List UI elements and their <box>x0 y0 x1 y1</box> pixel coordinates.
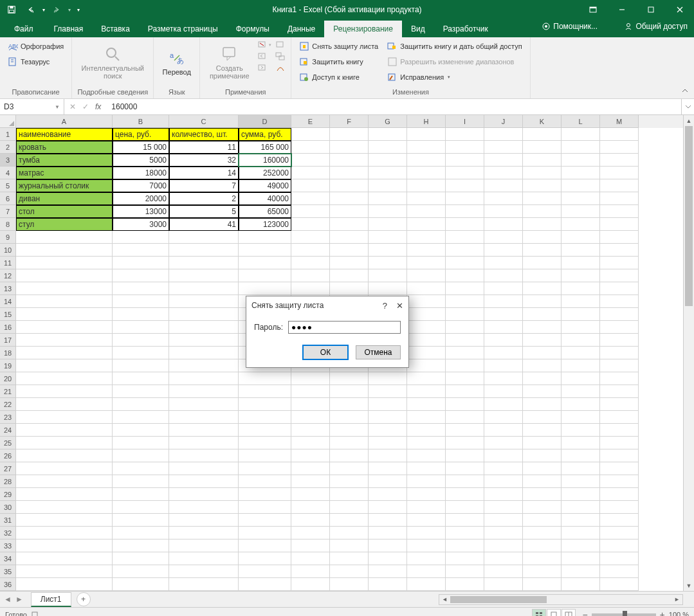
cell[interactable] <box>169 257 239 269</box>
cell[interactable] <box>407 449 446 462</box>
cell[interactable] <box>562 321 600 334</box>
cell[interactable] <box>291 128 330 141</box>
macro-record-icon[interactable] <box>31 611 39 617</box>
cell[interactable] <box>562 308 600 321</box>
cell[interactable] <box>600 565 639 578</box>
unprotect-sheet-button[interactable]: Снять защиту листа <box>297 40 381 53</box>
cell[interactable] <box>407 179 446 192</box>
cell[interactable] <box>407 552 446 565</box>
share-button[interactable]: Общий доступ <box>624 22 688 31</box>
cell[interactable]: 7 <box>169 179 239 192</box>
cell[interactable]: сумма, руб. <box>239 128 291 141</box>
tab-review[interactable]: Рецензирование <box>324 21 402 37</box>
cell[interactable] <box>407 372 446 385</box>
cell[interactable]: 5 <box>169 205 239 218</box>
name-box[interactable]: D3 ▼ <box>0 99 64 114</box>
cell[interactable] <box>562 449 600 462</box>
row-header[interactable]: 10 <box>0 244 15 257</box>
cell[interactable] <box>16 282 113 295</box>
cell[interactable] <box>446 475 484 488</box>
cell[interactable] <box>291 578 330 591</box>
cell[interactable] <box>407 501 446 514</box>
tab-formulas[interactable]: Формулы <box>227 21 279 37</box>
cell[interactable] <box>16 347 113 359</box>
cell[interactable] <box>16 475 113 488</box>
cell[interactable] <box>562 411 600 424</box>
cell[interactable] <box>562 372 600 385</box>
column-header[interactable]: C <box>169 115 239 128</box>
cell[interactable] <box>16 231 113 244</box>
cell[interactable] <box>407 411 446 424</box>
column-headers[interactable]: ABCDEFGHIJKLM <box>16 115 683 128</box>
row-header[interactable]: 2 <box>0 141 15 154</box>
cell[interactable] <box>484 347 523 359</box>
cell[interactable] <box>600 488 639 501</box>
cell[interactable] <box>562 437 600 449</box>
save-icon[interactable] <box>4 2 19 17</box>
cell[interactable] <box>600 269 639 282</box>
cell[interactable] <box>113 372 169 385</box>
cell[interactable] <box>562 398 600 411</box>
cell[interactable] <box>169 347 239 359</box>
cell[interactable] <box>600 308 639 321</box>
cell[interactable] <box>169 269 239 282</box>
cell[interactable] <box>113 514 169 527</box>
cell[interactable]: 165 000 <box>239 141 291 154</box>
delete-comment-icon[interactable] <box>257 40 268 50</box>
cell[interactable] <box>600 295 639 308</box>
cell[interactable] <box>369 437 407 449</box>
cell[interactable] <box>562 192 600 205</box>
cell[interactable] <box>446 424 484 437</box>
chevron-down-icon[interactable]: ▼ <box>55 104 60 110</box>
cell[interactable] <box>407 488 446 501</box>
row-header[interactable]: 16 <box>0 321 15 334</box>
cell[interactable] <box>484 437 523 449</box>
cell[interactable] <box>330 167 369 179</box>
cell[interactable]: кровать <box>16 141 113 154</box>
cell[interactable]: 160000 <box>239 154 291 167</box>
cell[interactable] <box>600 552 639 565</box>
password-input[interactable] <box>288 321 401 334</box>
cell[interactable]: стул <box>16 218 113 231</box>
cell[interactable] <box>484 128 523 141</box>
cell[interactable] <box>562 462 600 475</box>
cell[interactable] <box>113 257 169 269</box>
cell[interactable] <box>600 244 639 257</box>
cell[interactable] <box>446 257 484 269</box>
cell[interactable] <box>330 257 369 269</box>
cell[interactable] <box>484 475 523 488</box>
cell[interactable] <box>113 231 169 244</box>
cell[interactable] <box>113 295 169 308</box>
cell[interactable] <box>600 334 639 347</box>
cell[interactable] <box>113 475 169 488</box>
cell[interactable]: 49000 <box>239 179 291 192</box>
row-header[interactable]: 31 <box>0 514 15 527</box>
cell[interactable] <box>330 411 369 424</box>
cell[interactable] <box>169 295 239 308</box>
vertical-scrollbar[interactable]: ▲ ▼ <box>683 115 694 591</box>
cell[interactable] <box>562 128 600 141</box>
cell[interactable] <box>407 539 446 552</box>
cell[interactable] <box>113 359 169 372</box>
cell[interactable]: 18000 <box>113 167 169 179</box>
cell[interactable] <box>446 398 484 411</box>
cell[interactable] <box>446 488 484 501</box>
cell[interactable] <box>523 462 562 475</box>
cell[interactable] <box>523 539 562 552</box>
row-header[interactable]: 14 <box>0 295 15 308</box>
cell[interactable] <box>407 167 446 179</box>
cell[interactable] <box>330 475 369 488</box>
cell[interactable] <box>407 321 446 334</box>
cell[interactable] <box>446 514 484 527</box>
cell[interactable] <box>446 437 484 449</box>
cell[interactable] <box>169 411 239 424</box>
prev-comment-icon[interactable] <box>257 51 268 62</box>
cell[interactable] <box>291 449 330 462</box>
cell[interactable] <box>16 527 113 539</box>
cell[interactable] <box>600 192 639 205</box>
cell[interactable] <box>330 231 369 244</box>
row-header[interactable]: 32 <box>0 527 15 539</box>
cell[interactable] <box>562 527 600 539</box>
column-header[interactable]: G <box>369 115 407 128</box>
cell[interactable] <box>446 128 484 141</box>
